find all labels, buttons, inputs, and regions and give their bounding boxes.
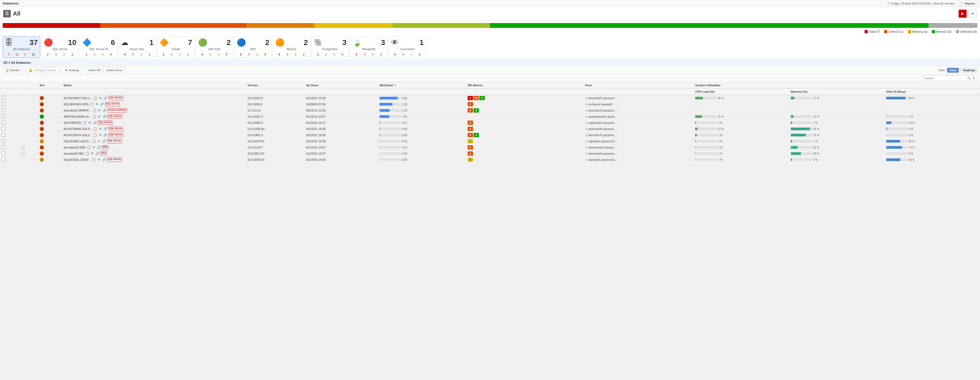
select-none-button[interactable]: Select None: [104, 68, 125, 73]
row-checkbox[interactable]: [2, 151, 5, 155]
col-workload[interactable]: Workload ▼: [378, 82, 466, 88]
row-checkbox[interactable]: [2, 96, 5, 100]
col-up-since[interactable]: Up Since: [304, 82, 378, 88]
card-sapase[interactable]: 🟢 2 SAP ASE 0 0 2 0: [196, 37, 233, 58]
row-expand-cell[interactable]: +: [19, 151, 38, 157]
row-expand-cell[interactable]: [19, 138, 38, 145]
view-icon[interactable]: 👁: [99, 133, 103, 137]
view-icon[interactable]: 👁: [97, 139, 101, 143]
youtube-button[interactable]: ▶: [959, 10, 967, 17]
open-icon[interactable]: 🔗: [103, 133, 108, 137]
properties-icon[interactable]: 📋: [87, 145, 91, 149]
row-checkbox[interactable]: [2, 121, 5, 124]
instances-table: Sev Name Version Up Since Workload ▼ DB …: [0, 82, 980, 163]
row-checkbox[interactable]: [2, 108, 5, 112]
search-input[interactable]: [924, 76, 967, 80]
properties-icon[interactable]: 📋: [83, 121, 87, 125]
row-checkbox-cell[interactable]: [0, 95, 19, 101]
row-checkbox-cell[interactable]: [0, 120, 19, 126]
row-checkbox-cell[interactable]: [0, 126, 19, 132]
card-mysql[interactable]: 🟠 2 MySQL 0 0 0 2: [273, 37, 310, 58]
card-all[interactable]: 🗄 37 All Instances 7 11 6 13: [3, 37, 40, 58]
properties-icon[interactable]: 📋: [90, 102, 94, 107]
search-icon[interactable]: 🔍: [967, 76, 971, 80]
row-checkbox-cell[interactable]: [0, 132, 19, 138]
configure-alarms-button[interactable]: 🔔 Configure Alarms: [26, 67, 59, 73]
open-icon[interactable]: 🔗: [103, 127, 107, 131]
card-postgresql[interactable]: 🐘 3 PostgreSQL 2 1 0 0: [312, 37, 349, 58]
row-checkbox[interactable]: [2, 127, 5, 130]
open-icon[interactable]: 🔗: [102, 139, 107, 143]
expand-button[interactable]: +: [21, 152, 24, 156]
row-expand-cell[interactable]: [19, 101, 38, 108]
open-icon[interactable]: 🔗: [102, 114, 107, 119]
view-icon[interactable]: 👁: [97, 114, 102, 119]
properties-icon[interactable]: 📋: [93, 133, 97, 137]
row-expand-cell[interactable]: [19, 126, 38, 132]
open-icon[interactable]: 🔗: [97, 145, 101, 149]
expand-button[interactable]: +: [21, 146, 24, 149]
row-expand-cell[interactable]: [19, 120, 38, 126]
row-checkbox[interactable]: [2, 133, 5, 137]
view-icon[interactable]: 👁: [95, 102, 99, 107]
row-checkbox-cell[interactable]: [0, 151, 19, 157]
properties-icon[interactable]: 📋: [92, 108, 97, 113]
row-expand-cell[interactable]: [19, 132, 38, 138]
col-name[interactable]: Name: [62, 82, 245, 88]
reports-button[interactable]: 📄 Reports: [957, 1, 977, 6]
view-icon[interactable]: 👁: [90, 151, 94, 156]
row-checkbox[interactable]: [2, 114, 5, 118]
settings-button[interactable]: ⚙ Settings: [62, 67, 82, 73]
card-sqlserverbi[interactable]: 🔷 6 SQL Server BI 1 1 0 4: [80, 37, 118, 58]
card-db2[interactable]: 🔵 2 DB2 0 0 2 0: [234, 37, 272, 58]
view-icon[interactable]: 👁: [88, 121, 92, 125]
properties-icon[interactable]: 📋: [93, 96, 97, 100]
row-expand-cell[interactable]: [19, 114, 38, 120]
view-icon[interactable]: 👁: [98, 127, 102, 131]
view-icon[interactable]: 👁: [92, 145, 96, 149]
row-checkbox-cell[interactable]: [0, 114, 19, 120]
row-checkbox-cell[interactable]: [0, 138, 19, 145]
row-name: ALVSCDW76-SQL2...: [64, 134, 92, 137]
card-cassandra[interactable]: 👁 1 Cassandra 0 0 1 0: [388, 37, 426, 58]
row-checkbox-cell[interactable]: [0, 145, 19, 151]
table-view-button[interactable]: Table: [947, 68, 959, 73]
row-checkbox[interactable]: [2, 145, 5, 149]
heatmap-view-button[interactable]: Heatmap: [961, 68, 977, 73]
view-icon[interactable]: 👁: [97, 157, 101, 162]
select-all-button[interactable]: Select All: [86, 68, 103, 73]
card-oracle[interactable]: 🔶 7 Oracle 2 3 1 1: [157, 37, 194, 58]
properties-icon[interactable]: 📋: [92, 114, 97, 119]
card-mongodb[interactable]: 🍃 3 MongoDB 0 0 0 3: [350, 37, 388, 58]
open-icon[interactable]: 🔗: [100, 102, 104, 107]
card-sqlserver[interactable]: 🔴 10 SQL Server 2 4 2 2: [41, 37, 79, 58]
table-scroll-container[interactable]: Sev Name Version Up Since Workload ▼ DB …: [0, 82, 980, 163]
open-icon[interactable]: 🔗: [103, 96, 108, 100]
open-icon[interactable]: 🔗: [95, 151, 99, 156]
properties-icon[interactable]: 📋: [92, 157, 96, 162]
filter-icon[interactable]: ▼: [972, 76, 975, 80]
cpu-pct: 11 %: [718, 127, 726, 130]
row-checkbox-cell[interactable]: [0, 101, 19, 108]
properties-icon[interactable]: 📋: [85, 151, 89, 156]
card-azuresql[interactable]: ☁ 1 Azure SQL 0 0 0 1: [118, 37, 156, 58]
properties-icon[interactable]: 📋: [92, 139, 96, 143]
properties-icon[interactable]: 📋: [93, 127, 97, 131]
row-expand-cell[interactable]: [19, 108, 38, 114]
row-checkbox[interactable]: [2, 102, 5, 106]
row-checkbox[interactable]: [2, 157, 5, 161]
menu-button[interactable]: ≡: [969, 10, 977, 17]
row-expand-cell[interactable]: [19, 95, 38, 101]
row-checkbox[interactable]: [2, 139, 5, 143]
view-icon[interactable]: 👁: [97, 108, 102, 113]
row-checkbox-cell[interactable]: [0, 157, 19, 163]
card-icon-mysql: 🟠: [275, 39, 285, 46]
row-expand-cell[interactable]: +: [19, 145, 38, 151]
open-icon[interactable]: 🔗: [102, 157, 107, 162]
row-expand-cell[interactable]: [19, 157, 38, 163]
monitor-button[interactable]: 📊 Monitor: [3, 67, 22, 73]
open-icon[interactable]: 🔗: [93, 121, 97, 125]
open-icon[interactable]: 🔗: [102, 108, 107, 113]
row-checkbox-cell[interactable]: [0, 108, 19, 114]
view-icon[interactable]: 👁: [99, 96, 103, 100]
